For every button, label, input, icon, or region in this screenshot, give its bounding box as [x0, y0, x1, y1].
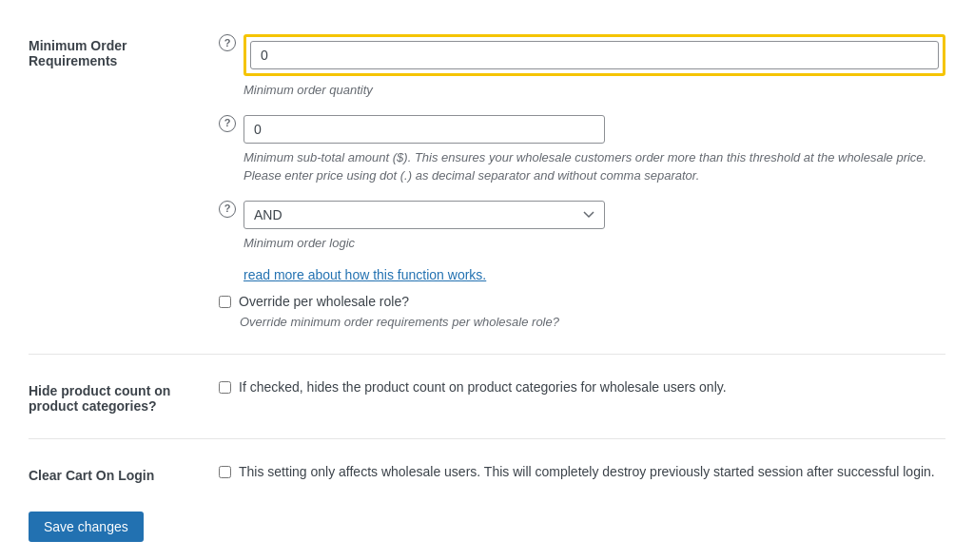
- override-checkbox-label: Override per wholesale role?: [239, 294, 409, 309]
- subtotal-field-content: 0 Minimum sub-total amount ($). This ens…: [244, 115, 945, 185]
- override-wholesale-role-checkbox[interactable]: [219, 296, 231, 308]
- quantity-description: Minimum order quantity: [244, 81, 928, 100]
- logic-description: Minimum order logic: [244, 234, 928, 253]
- quantity-field-group: ? 0 Minimum order quantity: [219, 34, 945, 100]
- subtotal-description: Minimum sub-total amount ($). This ensur…: [244, 148, 928, 185]
- section-label-clear-cart: Clear Cart On Login: [29, 468, 154, 483]
- section-label-hide-product: Hide product count on product categories…: [29, 383, 170, 414]
- quantity-field-content: 0 Minimum order quantity: [244, 34, 945, 100]
- override-checkbox-group: Override per wholesale role? Override mi…: [219, 294, 945, 329]
- minimum-order-fields: ? 0 Minimum order quantity ? 0: [209, 23, 955, 340]
- clear-cart-row: Clear Cart On Login This setting only af…: [19, 453, 955, 496]
- clear-cart-label: Clear Cart On Login: [19, 453, 209, 496]
- logic-help-icon: ?: [219, 201, 236, 218]
- clear-cart-checkbox-label: This setting only affects wholesale user…: [239, 464, 935, 479]
- quantity-help-icon: ?: [219, 34, 236, 51]
- clear-cart-checkbox-row: This setting only affects wholesale user…: [219, 464, 945, 479]
- subtotal-help-icon: ?: [219, 115, 236, 132]
- form-table: Minimum Order Requirements ? 0 Minimum o…: [19, 23, 955, 496]
- hide-product-count-checkbox-label: If checked, hides the product count on p…: [239, 379, 727, 395]
- subtotal-field-group: ? 0 Minimum sub-total amount ($). This e…: [219, 115, 945, 185]
- minimum-order-logic-select[interactable]: AND OR: [244, 201, 605, 229]
- hide-product-count-field: If checked, hides the product count on p…: [209, 368, 955, 425]
- quantity-highlight-box: 0: [244, 34, 945, 76]
- divider-1: [29, 354, 945, 355]
- logic-field-content: AND OR Minimum order logic: [244, 201, 945, 253]
- minimum-subtotal-input[interactable]: 0: [244, 115, 605, 144]
- clear-cart-checkbox[interactable]: [219, 466, 231, 478]
- hide-product-count-label: Hide product count on product categories…: [19, 368, 209, 425]
- minimum-quantity-input[interactable]: 0: [250, 41, 939, 69]
- save-changes-button[interactable]: Save changes: [29, 512, 144, 542]
- hide-product-count-checkbox-row: If checked, hides the product count on p…: [219, 379, 945, 395]
- override-checkbox-description: Override minimum order requirements per …: [240, 315, 945, 329]
- section-label-minimum-order: Minimum Order Requirements: [29, 38, 127, 68]
- settings-page: Minimum Order Requirements ? 0 Minimum o…: [0, 0, 974, 560]
- read-more-link[interactable]: read more about how this function works.: [244, 267, 486, 282]
- divider-2: [29, 438, 945, 439]
- clear-cart-field: This setting only affects wholesale user…: [209, 453, 955, 496]
- hide-product-count-row: Hide product count on product categories…: [19, 368, 955, 425]
- override-checkbox-row: Override per wholesale role?: [219, 294, 945, 309]
- minimum-order-row: Minimum Order Requirements ? 0 Minimum o…: [19, 23, 955, 340]
- hide-product-count-checkbox[interactable]: [219, 381, 231, 394]
- minimum-order-label: Minimum Order Requirements: [19, 23, 209, 340]
- logic-field-group: ? AND OR Minimum order logic: [219, 201, 945, 253]
- read-more-row: read more about how this function works.: [244, 267, 945, 282]
